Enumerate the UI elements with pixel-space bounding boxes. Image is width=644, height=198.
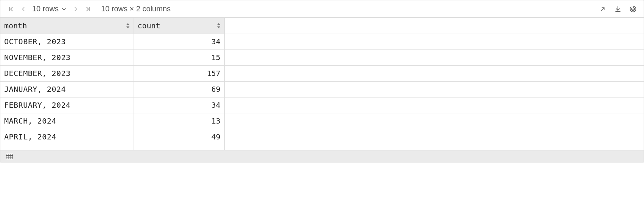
table-row[interactable]: APRIL, 202449 <box>0 129 644 145</box>
last-page-icon <box>85 6 91 12</box>
cell-empty <box>224 145 644 150</box>
download-icon <box>614 5 622 13</box>
cell-month: APRIL, 2024 <box>0 129 134 145</box>
prev-page-button[interactable] <box>18 4 28 14</box>
next-page-button[interactable] <box>71 4 81 14</box>
spiral-icon <box>629 5 637 13</box>
cell-month: OCTOBER, 2023 <box>0 34 134 50</box>
cell-count: 69 <box>134 81 224 97</box>
result-grid: month count OCTOBER, 202334NOVEMB <box>0 18 644 150</box>
refresh-button[interactable] <box>627 3 639 15</box>
table-row[interactable]: OCTOBER, 202334 <box>0 34 644 50</box>
header-row: month count <box>0 18 644 34</box>
table-row[interactable]: FEBRUARY, 202434 <box>0 97 644 113</box>
cell-empty <box>224 34 644 50</box>
cell-count: 49 <box>134 129 224 145</box>
table-row[interactable]: JANUARY, 202469 <box>0 81 644 97</box>
cell-count <box>134 145 224 150</box>
cell-month: MARCH, 2024 <box>0 113 134 129</box>
page-size-selector[interactable]: 10 rows <box>32 5 67 13</box>
cell-empty <box>224 81 644 97</box>
cell-month: DECEMBER, 2023 <box>0 65 134 81</box>
column-header-label: count <box>138 21 160 30</box>
table-row[interactable]: NOVEMBER, 202315 <box>0 50 644 65</box>
first-page-icon <box>8 6 14 12</box>
chevron-right-icon <box>73 6 79 12</box>
cell-count: 34 <box>134 97 224 113</box>
column-header-count[interactable]: count <box>134 18 224 34</box>
cell-empty <box>224 97 644 113</box>
cell-empty <box>224 50 644 65</box>
chevron-down-icon <box>61 6 67 12</box>
first-page-button[interactable] <box>6 4 16 14</box>
chevron-left-icon <box>20 6 26 12</box>
cell-count: 34 <box>134 34 224 50</box>
cell-month: JANUARY, 2024 <box>0 81 134 97</box>
cell-empty <box>224 129 644 145</box>
sort-icon[interactable] <box>216 22 221 29</box>
table-icon <box>6 154 13 159</box>
cell-month: NOVEMBER, 2023 <box>0 50 134 65</box>
result-table: month count OCTOBER, 202334NOVEMB <box>0 18 644 150</box>
column-header-month[interactable]: month <box>0 18 134 34</box>
result-panel: 10 rows 10 rows × 2 columns <box>0 0 644 162</box>
cell-count: 157 <box>134 65 224 81</box>
result-footer <box>0 150 644 162</box>
page-size-label: 10 rows <box>32 5 59 13</box>
open-external-button[interactable] <box>597 3 609 15</box>
cell-count: 15 <box>134 50 224 65</box>
cell-month: FEBRUARY, 2024 <box>0 97 134 113</box>
last-page-button[interactable] <box>83 4 93 14</box>
svg-rect-0 <box>6 154 13 159</box>
open-external-icon <box>599 6 606 12</box>
result-toolbar: 10 rows 10 rows × 2 columns <box>0 0 644 18</box>
column-header-empty <box>224 18 644 34</box>
table-row[interactable]: MARCH, 202413 <box>0 113 644 129</box>
cell-empty <box>224 113 644 129</box>
table-row <box>0 145 644 150</box>
result-summary: 10 rows × 2 columns <box>101 5 171 13</box>
cell-empty <box>224 65 644 81</box>
cell-count: 13 <box>134 113 224 129</box>
column-header-label: month <box>4 21 27 30</box>
table-view-tab[interactable] <box>5 153 14 160</box>
table-row[interactable]: DECEMBER, 2023157 <box>0 65 644 81</box>
download-button[interactable] <box>612 3 624 15</box>
sort-icon[interactable] <box>125 22 131 29</box>
cell-month <box>0 145 134 150</box>
